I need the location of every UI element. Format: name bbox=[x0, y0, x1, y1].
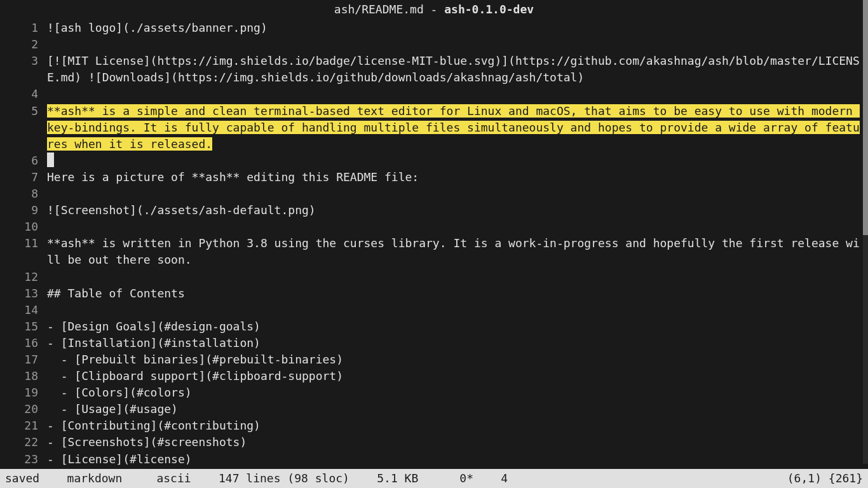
line-number: 19 bbox=[5, 384, 47, 401]
line-number: 8 bbox=[5, 186, 47, 202]
titlebar: ash/README.md - ash-0.1.0-dev bbox=[0, 0, 868, 20]
line-content[interactable]: - [Screenshots](#screenshots) bbox=[47, 434, 863, 451]
editor-line[interactable]: 1![ash logo](./assets/banner.png) bbox=[5, 20, 863, 36]
line-number: 13 bbox=[5, 285, 47, 302]
status-size: 5.1 KB bbox=[377, 471, 418, 485]
line-number: 3 bbox=[5, 53, 47, 69]
editor-line[interactable]: 22- [Screenshots](#screenshots) bbox=[5, 434, 863, 451]
line-number: 5 bbox=[5, 103, 47, 119]
editor-line[interactable]: 4 bbox=[5, 86, 863, 102]
editor-line[interactable]: 15- [Design Goals](#design-goals) bbox=[5, 318, 863, 335]
editor-line[interactable]: 8 bbox=[5, 186, 863, 202]
status-left: saved markdown ascii 147 lines (98 sloc)… bbox=[5, 470, 787, 487]
line-number: 15 bbox=[5, 318, 47, 335]
line-content[interactable]: ![Screenshot](./assets/ash-default.png) bbox=[47, 202, 863, 219]
line-content[interactable]: - [Design Goals](#design-goals) bbox=[47, 318, 863, 335]
editor-line[interactable]: 3[![MIT License](https://img.shields.io/… bbox=[5, 53, 863, 86]
line-content[interactable]: **ash** is written in Python 3.8 using t… bbox=[47, 235, 863, 268]
status-lines: 147 lines (98 sloc) bbox=[219, 471, 349, 485]
editor-area[interactable]: 1![ash logo](./assets/banner.png)23[![MI… bbox=[0, 20, 868, 468]
line-content[interactable]: **ash** is a simple and clean terminal-b… bbox=[47, 103, 863, 152]
status-modified: 0* bbox=[459, 471, 473, 485]
editor-line[interactable]: 21- [Contributing](#contributing) bbox=[5, 417, 863, 434]
editor-line[interactable]: 14 bbox=[5, 302, 863, 318]
line-number: 18 bbox=[5, 368, 47, 384]
line-number: 12 bbox=[5, 269, 47, 285]
line-content[interactable]: - [Colors](#colors) bbox=[47, 384, 863, 401]
line-number: 17 bbox=[5, 351, 47, 368]
line-number: 10 bbox=[5, 219, 47, 235]
status-encoding: ascii bbox=[156, 471, 191, 485]
editor-line[interactable]: 20 - [Usage](#usage) bbox=[5, 401, 863, 417]
editor-line[interactable]: 7Here is a picture of **ash** editing th… bbox=[5, 169, 863, 186]
line-content[interactable]: ![ash logo](./assets/banner.png) bbox=[47, 20, 863, 36]
editor-line[interactable]: 19 - [Colors](#colors) bbox=[5, 384, 863, 401]
line-content[interactable]: ## Table of Contents bbox=[47, 285, 863, 302]
status-tabs: 4 bbox=[501, 471, 508, 485]
line-content[interactable]: Here is a picture of **ash** editing thi… bbox=[47, 169, 863, 186]
line-content[interactable]: - [Contributing](#contributing) bbox=[47, 417, 863, 434]
editor-line[interactable]: 6 bbox=[5, 152, 863, 169]
line-content[interactable]: - [Installation](#installation) bbox=[47, 335, 863, 351]
line-number: 7 bbox=[5, 169, 47, 186]
cursor bbox=[47, 152, 54, 167]
app-name: ash-0.1.0-dev bbox=[444, 3, 534, 16]
line-number: 22 bbox=[5, 434, 47, 451]
line-number: 1 bbox=[5, 20, 47, 36]
editor-line[interactable]: 16- [Installation](#installation) bbox=[5, 335, 863, 351]
line-content[interactable]: - [Usage](#usage) bbox=[47, 401, 863, 417]
file-path: ash/README.md bbox=[334, 3, 424, 16]
line-content[interactable]: - [Prebuilt binaries](#prebuilt-binaries… bbox=[47, 351, 863, 368]
editor-line[interactable]: 11**ash** is written in Python 3.8 using… bbox=[5, 235, 863, 268]
line-content[interactable]: - [License](#license) bbox=[47, 451, 863, 468]
line-number: 21 bbox=[5, 417, 47, 434]
editor-line[interactable]: 18 - [Clipboard support](#clipboard-supp… bbox=[5, 368, 863, 384]
line-number: 16 bbox=[5, 335, 47, 351]
line-number: 6 bbox=[5, 152, 47, 169]
line-number: 9 bbox=[5, 202, 47, 219]
line-content[interactable] bbox=[47, 152, 863, 169]
line-number: 11 bbox=[5, 235, 47, 252]
status-filetype: markdown bbox=[67, 471, 123, 485]
status-saved: saved bbox=[5, 471, 39, 485]
editor-line[interactable]: 2 bbox=[5, 36, 863, 53]
editor-line[interactable]: 13## Table of Contents bbox=[5, 285, 863, 302]
statusbar: saved markdown ascii 147 lines (98 sloc)… bbox=[0, 469, 868, 488]
line-content[interactable]: [![MIT License](https://img.shields.io/b… bbox=[47, 53, 863, 86]
line-number: 2 bbox=[5, 36, 47, 53]
editor-line[interactable]: 12 bbox=[5, 269, 863, 285]
line-number: 14 bbox=[5, 302, 47, 318]
line-number: 20 bbox=[5, 401, 47, 417]
line-content[interactable]: - [Clipboard support](#clipboard-support… bbox=[47, 368, 863, 384]
editor-line[interactable]: 9![Screenshot](./assets/ash-default.png) bbox=[5, 202, 863, 219]
selection-highlight: **ash** is a simple and clean terminal-b… bbox=[47, 104, 860, 151]
line-number: 23 bbox=[5, 451, 47, 468]
status-position: (6,1) {261} bbox=[787, 470, 863, 487]
editor-line[interactable]: 23- [License](#license) bbox=[5, 451, 863, 468]
line-number: 4 bbox=[5, 86, 47, 102]
editor-line[interactable]: 17 - [Prebuilt binaries](#prebuilt-binar… bbox=[5, 351, 863, 368]
scrollbar[interactable] bbox=[863, 0, 868, 464]
editor-line[interactable]: 5**ash** is a simple and clean terminal-… bbox=[5, 103, 863, 152]
title-separator: - bbox=[424, 3, 445, 16]
editor-line[interactable]: 10 bbox=[5, 219, 863, 235]
scrollbar-thumb[interactable] bbox=[863, 0, 868, 235]
